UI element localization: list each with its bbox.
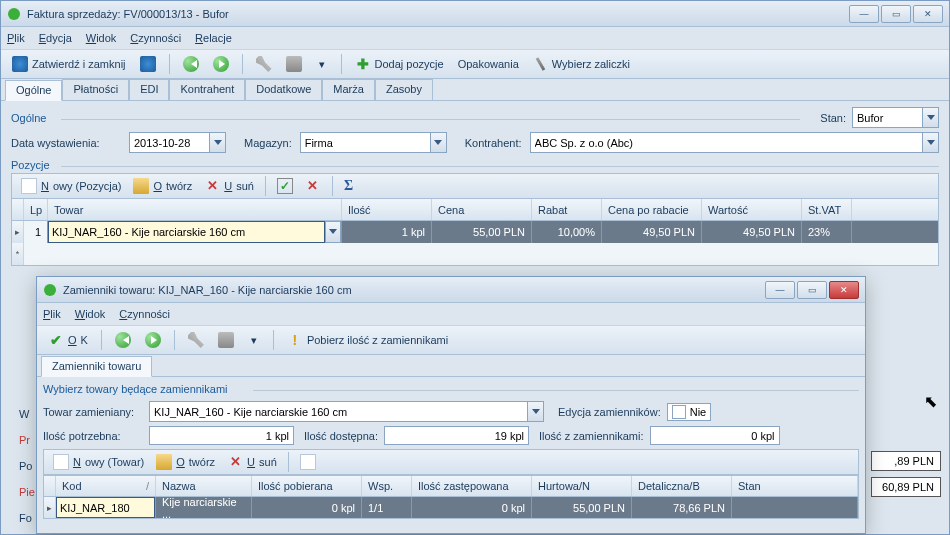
col-rabat[interactable]: Rabat (532, 199, 602, 220)
sub-open-button[interactable]: Otwórz (151, 451, 220, 473)
main-toolbar: Zatwierdź i zamknij ▾ ✚Dodaj pozycje Opa… (1, 49, 949, 79)
magazyn-combo[interactable] (300, 132, 430, 153)
kod-cell-input[interactable] (56, 497, 155, 518)
sub-close-button[interactable]: ✕ (829, 281, 859, 299)
sum-button[interactable]: Σ (339, 175, 365, 197)
col-nazwa[interactable]: Nazwa (156, 476, 252, 496)
tab-ogolne[interactable]: Ogólne (5, 80, 62, 101)
new-row-placeholder[interactable]: * (12, 243, 938, 265)
new-icon (53, 454, 69, 470)
sub-back-button[interactable] (110, 329, 136, 351)
kontrahent-combo[interactable] (530, 132, 922, 153)
back-icon (115, 332, 131, 348)
sub-forward-button[interactable] (140, 329, 166, 351)
menu-edycja[interactable]: Edycja (39, 32, 72, 44)
print-button[interactable] (281, 53, 307, 75)
col-cenapo[interactable]: Cena po rabacie (602, 199, 702, 220)
open-position-button[interactable]: Otwórz (128, 175, 197, 197)
save-button[interactable] (135, 53, 161, 75)
menu-czynnosci[interactable]: Czynności (130, 32, 181, 44)
menu-widok[interactable]: Widok (86, 32, 117, 44)
close-button[interactable]: ✕ (913, 5, 943, 23)
col-detal[interactable]: Detaliczna/B (632, 476, 732, 496)
maximize-button[interactable]: ▭ (881, 5, 911, 23)
col-wsp[interactable]: Wsp. (362, 476, 412, 496)
packaging-button[interactable]: Opakowania (453, 53, 524, 75)
new-position-button[interactable]: Nowy (Pozycja) (16, 175, 126, 197)
advances-button[interactable]: Wybierz zaliczki (528, 53, 635, 75)
back-button[interactable] (178, 53, 204, 75)
sub-tools-button[interactable] (183, 329, 209, 351)
date-button[interactable] (209, 132, 226, 153)
sub-minimize-button[interactable]: — (765, 281, 795, 299)
menu-plik[interactable]: Plik (7, 32, 25, 44)
col-stan[interactable]: Stan (732, 476, 858, 496)
cursor-icon: ⬉ (924, 392, 937, 411)
col-hurt[interactable]: Hurtowa/N (532, 476, 632, 496)
col-wartosc[interactable]: Wartość (702, 199, 802, 220)
tab-platnosci[interactable]: Płatności (62, 79, 129, 100)
ok-button[interactable]: ✔OK (43, 329, 93, 351)
dost-input[interactable] (384, 426, 529, 445)
towar-cell-button[interactable] (325, 221, 341, 243)
sub-menu-widok[interactable]: Widok (75, 308, 106, 320)
towar-cell-input[interactable] (48, 221, 325, 243)
forward-button[interactable] (208, 53, 234, 75)
main-titlebar: Faktura sprzedaży: FV/000013/13 - Bufor … (1, 1, 949, 27)
col-towar[interactable]: Towar (48, 199, 342, 220)
zam-input[interactable] (650, 426, 780, 445)
sub-print-dropdown[interactable]: ▾ (243, 329, 265, 351)
doc-icon (300, 454, 316, 470)
add-position-button[interactable]: ✚Dodaj pozycje (350, 53, 449, 75)
sub-new-button[interactable]: Nowy (Towar) (48, 451, 149, 473)
menu-relacje[interactable]: Relacje (195, 32, 232, 44)
sub-print-button[interactable] (213, 329, 239, 351)
tab-zasoby[interactable]: Zasoby (375, 79, 433, 100)
check-button[interactable]: ✓ (272, 175, 298, 197)
col-lp[interactable]: Lp (24, 199, 48, 220)
towar-zam-combo[interactable] (149, 401, 527, 422)
position-row[interactable]: ▸ 1 1 kpl 55,00 PLN 10,00% 49,50 PLN 49,… (12, 221, 938, 243)
stan-combo[interactable] (852, 107, 922, 128)
date-label: Data wystawienia: (11, 137, 121, 149)
tab-zamienniki[interactable]: Zamienniki towaru (41, 356, 152, 377)
save-close-button[interactable]: Zatwierdź i zamknij (7, 53, 131, 75)
tab-dodatkowe[interactable]: Dodatkowe (245, 79, 322, 100)
kontrahent-button[interactable] (922, 132, 939, 153)
delete-position-button[interactable]: ✕Usuń (199, 175, 259, 197)
sub-delete-button[interactable]: ✕Usuń (222, 451, 282, 473)
sub-titlebar: Zamienniki towaru: KIJ_NAR_160 - Kije na… (37, 277, 865, 303)
svg-point-1 (44, 284, 56, 296)
tab-kontrahent[interactable]: Kontrahent (169, 79, 245, 100)
stan-combo-button[interactable] (922, 107, 939, 128)
col-kod[interactable]: Kod/ (56, 476, 156, 496)
delete-icon: ✕ (227, 454, 243, 470)
print-dropdown[interactable]: ▾ (311, 53, 333, 75)
potrz-input[interactable] (149, 426, 294, 445)
date-input[interactable] (129, 132, 209, 153)
col-ilosc-zast[interactable]: Ilość zastępowana (412, 476, 532, 496)
sub-grid-row[interactable]: ▸ Kije narciarskie ... 0 kpl 1/1 0 kpl 5… (43, 497, 859, 519)
towar-zam-button[interactable] (527, 401, 544, 422)
x-icon: ✕ (305, 178, 321, 194)
magazyn-button[interactable] (430, 132, 447, 153)
col-cena[interactable]: Cena (432, 199, 532, 220)
positions-grid: Lp Towar Ilość Cena Rabat Cena po rabaci… (11, 199, 939, 266)
tab-marza[interactable]: Marża (322, 79, 375, 100)
col-ilosc[interactable]: Ilość (342, 199, 432, 220)
edycja-checkbox[interactable]: Nie (667, 403, 712, 421)
tab-edi[interactable]: EDI (129, 79, 169, 100)
sub-menu-czynnosci[interactable]: Czynności (119, 308, 170, 320)
forward-icon (145, 332, 161, 348)
sub-grid-header: Kod/ Nazwa Ilość pobierana Wsp. Ilość za… (43, 475, 859, 497)
sub-menu-plik[interactable]: Plik (43, 308, 61, 320)
uncheck-button[interactable]: ✕ (300, 175, 326, 197)
col-vat[interactable]: St.VAT (802, 199, 852, 220)
tools-button[interactable] (251, 53, 277, 75)
sub-extra-button[interactable] (295, 451, 321, 473)
minimize-button[interactable]: — (849, 5, 879, 23)
zam-label: Ilość z zamiennikami: (539, 430, 644, 442)
col-ilosc-pob[interactable]: Ilość pobierana (252, 476, 362, 496)
pobierz-button[interactable]: !Pobierz ilość z zamiennikami (282, 329, 453, 351)
sub-maximize-button[interactable]: ▭ (797, 281, 827, 299)
